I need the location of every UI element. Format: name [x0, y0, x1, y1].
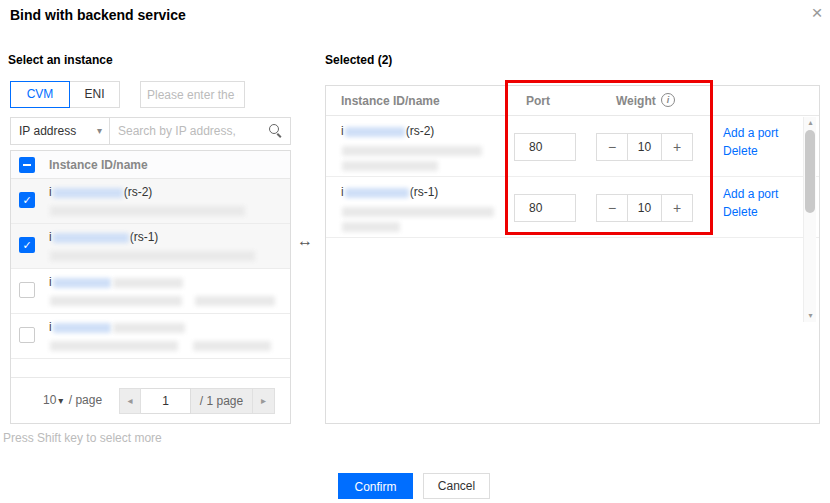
instance-sub: [341, 143, 483, 157]
swap-arrow-icon: ↔: [297, 232, 313, 250]
instance-id: i(rs-2): [49, 185, 152, 199]
instance-sub: [341, 204, 495, 218]
weight-value[interactable]: 10: [628, 194, 661, 222]
selected-table-header: Instance ID/name Port Weight i: [326, 86, 819, 116]
chevron-down-icon: ▾: [97, 118, 102, 144]
dialog-title: Bind with backend service: [10, 7, 186, 23]
instance-id: i(rs-2): [341, 124, 434, 138]
confirm-button[interactable]: Confirm: [338, 473, 413, 499]
port-input[interactable]: [514, 133, 576, 161]
instance-sub: [49, 293, 276, 305]
page-size-label: / page: [69, 393, 102, 407]
filter-type-value: IP address: [19, 124, 76, 138]
close-icon[interactable]: ×: [806, 2, 828, 24]
right-panel-heading: Selected (2): [325, 53, 392, 67]
info-icon[interactable]: i: [661, 93, 675, 107]
instance-sub: [49, 248, 256, 260]
cancel-button[interactable]: Cancel: [423, 473, 490, 499]
scroll-up-icon[interactable]: ▴: [804, 117, 817, 129]
instance-sub: [49, 203, 246, 215]
instance-sub: [341, 219, 401, 233]
table-row[interactable]: i: [11, 269, 290, 314]
instance-id: i: [49, 275, 184, 289]
selected-table: Instance ID/name Port Weight i i(rs-2) −…: [325, 85, 820, 424]
shift-select-hint: Press Shift key to select more: [3, 431, 162, 445]
weight-stepper: − 10 +: [596, 194, 693, 222]
minus-button[interactable]: −: [596, 194, 628, 222]
tab-cvm[interactable]: CVM: [10, 81, 70, 108]
next-page-button[interactable]: ▸: [253, 388, 275, 414]
table-row-rs2[interactable]: ✓ i(rs-2): [11, 179, 290, 224]
table-row[interactable]: i: [11, 314, 290, 359]
selected-row-rs2: i(rs-2) − 10 + Add a port Delete: [326, 116, 819, 177]
delete-link[interactable]: Delete: [723, 144, 758, 158]
scrollbar[interactable]: ▴ ▾: [803, 117, 816, 322]
checkbox-checked[interactable]: ✓: [19, 192, 35, 208]
weight-value[interactable]: 10: [628, 133, 661, 161]
scroll-down-icon[interactable]: ▾: [804, 310, 817, 322]
instance-sub: [49, 338, 272, 350]
add-port-link[interactable]: Add a port: [723, 126, 778, 140]
left-panel-heading: Select an instance: [8, 53, 113, 67]
pagination-bar: 10▾ / page ◂ / 1 page ▸: [11, 377, 290, 423]
plus-button[interactable]: +: [661, 194, 693, 222]
weight-column-header: Weight: [616, 94, 656, 108]
checkbox-unchecked[interactable]: [19, 282, 35, 298]
tab-eni[interactable]: ENI: [69, 81, 120, 108]
bind-backend-dialog: Bind with backend service × Select an in…: [0, 0, 830, 503]
prev-page-button[interactable]: ◂: [119, 388, 141, 414]
device-name-input[interactable]: [140, 81, 245, 108]
table-row-rs1[interactable]: ✓ i(rs-1): [11, 224, 290, 269]
checkbox-checked[interactable]: ✓: [19, 237, 35, 253]
filter-type-select[interactable]: IP address ▾: [10, 117, 110, 145]
add-port-link[interactable]: Add a port: [723, 187, 778, 201]
instance-id: i(rs-1): [341, 185, 438, 199]
port-input[interactable]: [514, 194, 576, 222]
instance-sub: [341, 158, 439, 172]
select-all-checkbox[interactable]: [19, 157, 35, 173]
total-pages-label: / 1 page: [191, 388, 253, 414]
search-icon[interactable]: [269, 124, 279, 134]
weight-stepper: − 10 +: [596, 133, 693, 161]
page-size-value: 10: [43, 393, 56, 407]
port-column-header: Port: [526, 94, 550, 108]
chevron-down-icon: ▾: [58, 395, 63, 406]
ip-search-input[interactable]: [109, 117, 291, 145]
instance-column-header: Instance ID/name: [341, 94, 440, 108]
selected-row-rs1: i(rs-1) − 10 + Add a port Delete: [326, 177, 819, 238]
instance-id: i: [49, 320, 186, 334]
plus-button[interactable]: +: [661, 133, 693, 161]
page-number-input[interactable]: [141, 388, 191, 414]
page-size-select[interactable]: 10▾ / page: [43, 393, 102, 407]
instance-column-header: Instance ID/name: [49, 158, 148, 172]
checkbox-unchecked[interactable]: [19, 327, 35, 343]
scrollbar-thumb[interactable]: [805, 130, 815, 213]
instance-table: Instance ID/name ✓ i(rs-2) ✓ i(rs-1) i i…: [10, 150, 291, 424]
instance-id: i(rs-1): [49, 230, 158, 244]
instance-table-header: Instance ID/name: [11, 151, 290, 179]
minus-button[interactable]: −: [596, 133, 628, 161]
delete-link[interactable]: Delete: [723, 205, 758, 219]
